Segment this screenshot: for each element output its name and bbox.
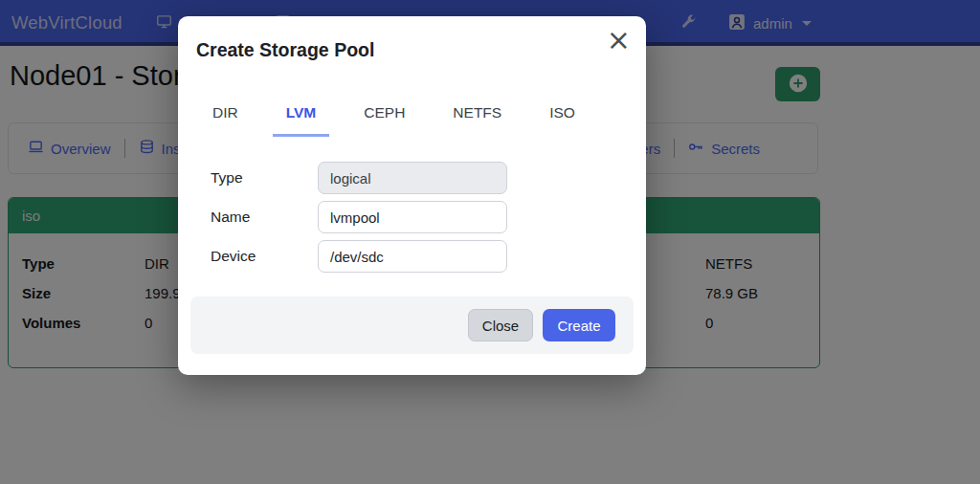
close-icon[interactable]: × bbox=[607, 26, 631, 55]
device-field[interactable] bbox=[318, 240, 507, 273]
modal-form: Type Name Device bbox=[211, 162, 507, 279]
form-row: Type bbox=[211, 162, 507, 194]
modal-title: Create Storage Pool bbox=[196, 39, 374, 61]
form-row: Name bbox=[211, 201, 507, 233]
field-label-device: Device bbox=[211, 248, 318, 265]
form-row: Device bbox=[211, 240, 507, 273]
field-label-name: Name bbox=[211, 209, 318, 226]
modal-tab-lvm[interactable]: LVM bbox=[273, 100, 330, 137]
create-button[interactable]: Create bbox=[543, 309, 615, 341]
field-label-type: Type bbox=[211, 169, 318, 187]
modal-footer: Close Create bbox=[190, 297, 634, 354]
modal-tab-iso[interactable]: ISO bbox=[536, 100, 589, 137]
screen: WebVirtCloud Instances Computes admin bbox=[0, 0, 980, 484]
name-field[interactable] bbox=[318, 201, 507, 233]
modal-tab-ceph[interactable]: CEPH bbox=[350, 100, 418, 137]
type-field bbox=[318, 162, 507, 194]
close-button[interactable]: Close bbox=[468, 309, 533, 341]
modal-tabs: DIR LVM CEPH NETFS ISO bbox=[199, 100, 589, 137]
modal-tab-netfs[interactable]: NETFS bbox=[439, 100, 515, 137]
create-storage-pool-modal: Create Storage Pool × DIR LVM CEPH NETFS… bbox=[178, 16, 646, 375]
modal-tab-dir[interactable]: DIR bbox=[199, 100, 252, 137]
